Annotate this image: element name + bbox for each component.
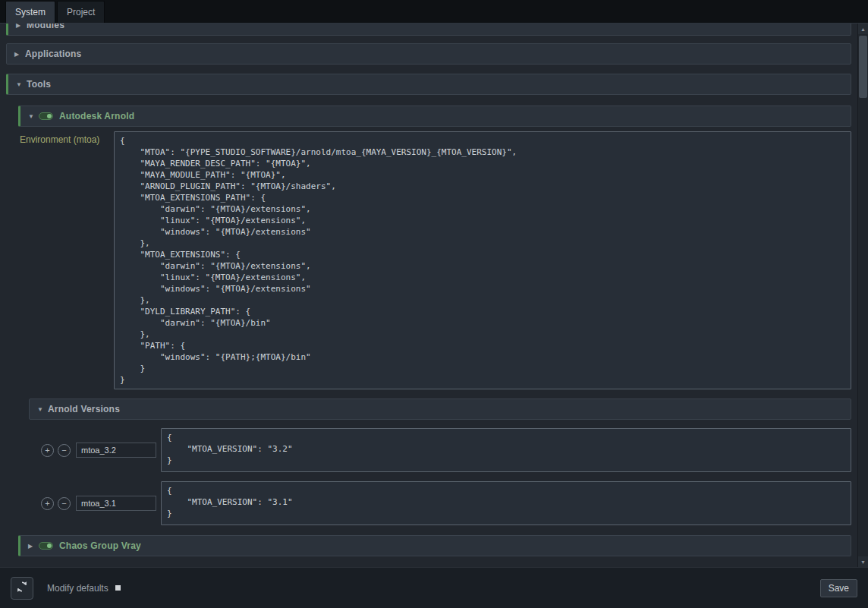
scroll-up-button[interactable]: ▲ bbox=[858, 24, 868, 34]
environment-row: Environment (mtoa) { "MTOA": "{PYPE_STUD… bbox=[18, 131, 851, 389]
version-json-editor[interactable]: { "MTOA_VERSION": "3.1" } bbox=[161, 481, 851, 525]
modify-defaults-label: Modify defaults bbox=[47, 583, 108, 594]
environment-json-editor[interactable]: { "MTOA": "{PYPE_STUDIO_SOFTWARE}/arnold… bbox=[114, 131, 851, 389]
section-header-arnold-versions[interactable]: ▼ Arnold Versions bbox=[29, 399, 851, 420]
vertical-scrollbar[interactable]: ▲ ▼ bbox=[857, 24, 868, 567]
tab-bar: System Project bbox=[0, 0, 868, 23]
section-label-modules: Modules bbox=[27, 24, 64, 30]
refresh-icon bbox=[16, 581, 28, 595]
tab-system[interactable]: System bbox=[5, 1, 55, 23]
scrollbar-track[interactable] bbox=[858, 34, 868, 556]
toggle-switch-icon[interactable] bbox=[39, 112, 53, 120]
settings-scroll-area: ▶ Modules ▶ Applications ▼ Tools ▼ bbox=[0, 24, 857, 567]
section-label-chaos-group-vray: Chaos Group Vray bbox=[59, 540, 141, 551]
add-version-button[interactable]: + bbox=[41, 444, 54, 457]
caret-down-icon: ▼ bbox=[16, 81, 27, 88]
footer-bar: Modify defaults Save bbox=[0, 567, 868, 608]
tools-section-body: ▼ Autodesk Arnold Environment (mtoa) { "… bbox=[6, 106, 851, 556]
version-key-input[interactable] bbox=[76, 496, 156, 511]
scrollbar-thumb[interactable] bbox=[859, 36, 867, 98]
toggle-switch-icon[interactable] bbox=[39, 542, 53, 550]
modify-defaults-indicator[interactable] bbox=[115, 585, 121, 591]
section-header-tools[interactable]: ▼ Tools bbox=[6, 74, 851, 95]
environment-label: Environment (mtoa) bbox=[18, 131, 114, 389]
section-header-autodesk-arnold[interactable]: ▼ Autodesk Arnold bbox=[18, 106, 851, 127]
caret-down-icon: ▼ bbox=[28, 113, 39, 120]
caret-right-icon: ▶ bbox=[28, 543, 39, 550]
version-json-editor[interactable]: { "MTOA_VERSION": "3.2" } bbox=[161, 428, 851, 472]
caret-right-icon: ▶ bbox=[16, 24, 27, 29]
caret-right-icon: ▶ bbox=[14, 51, 25, 58]
refresh-button[interactable] bbox=[11, 577, 33, 600]
remove-version-button[interactable]: − bbox=[58, 444, 71, 457]
settings-viewport: ▶ Modules ▶ Applications ▼ Tools ▼ bbox=[0, 23, 868, 567]
tab-project[interactable]: Project bbox=[57, 1, 105, 23]
version-row-mtoa-3-1: + − { "MTOA_VERSION": "3.1" } bbox=[29, 480, 851, 526]
caret-down-icon: ▼ bbox=[37, 406, 48, 413]
settings-content: ▶ Modules ▶ Applications ▼ Tools ▼ bbox=[0, 24, 857, 562]
scroll-down-button[interactable]: ▼ bbox=[858, 556, 868, 567]
section-label-applications: Applications bbox=[25, 49, 81, 59]
section-label-arnold-versions: Arnold Versions bbox=[48, 404, 120, 414]
add-version-button[interactable]: + bbox=[41, 497, 54, 510]
section-label-autodesk-arnold: Autodesk Arnold bbox=[59, 111, 134, 121]
settings-window: System Project ▶ Modules ▶ Applications … bbox=[0, 0, 868, 608]
version-row-mtoa-3-2: + − { "MTOA_VERSION": "3.2" } bbox=[29, 427, 851, 473]
remove-version-button[interactable]: − bbox=[58, 497, 71, 510]
section-label-tools: Tools bbox=[27, 79, 51, 90]
section-header-modules[interactable]: ▶ Modules bbox=[6, 24, 851, 36]
section-header-chaos-group-vray[interactable]: ▶ Chaos Group Vray bbox=[18, 535, 851, 556]
save-button[interactable]: Save bbox=[820, 579, 857, 597]
section-header-applications[interactable]: ▶ Applications bbox=[6, 43, 851, 65]
version-key-input[interactable] bbox=[76, 443, 156, 458]
